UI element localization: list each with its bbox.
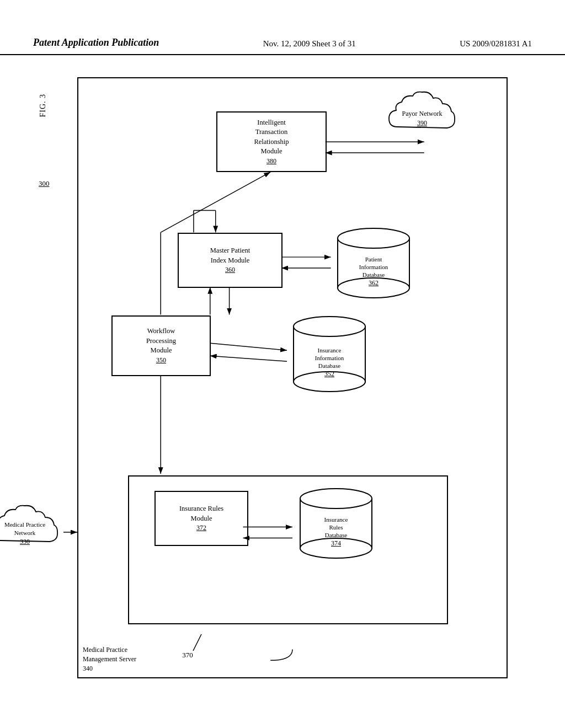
publication-title: Patent Application Publication — [33, 37, 159, 49]
itm-module-box: IntelligentTransactionRelationshipModule… — [216, 111, 327, 172]
system-boundary-box: IntelligentTransactionRelationshipModule… — [77, 77, 508, 678]
db-362-label: PatientInformationDatabase — [359, 256, 388, 279]
svg-line-12 — [161, 172, 270, 232]
itm-ref: 380 — [266, 157, 276, 166]
db-352-label: InsuranceInformationDatabase — [315, 347, 344, 370]
svg-line-20 — [210, 343, 287, 350]
db-352: InsuranceInformationDatabase 352 — [288, 315, 371, 393]
wpm-module-box: WorkflowProcessingModule 350 — [111, 315, 211, 376]
page-header: Patent Application Publication Nov. 12, … — [0, 0, 565, 55]
diagram-area: FIG. 3 300 IntelligentTransactionRelatio… — [33, 61, 532, 706]
db-374-label: InsuranceRulesDatabase — [324, 516, 348, 539]
insurance-rules-outer-box: Insurance RulesModule 372 InsuranceRules… — [128, 475, 448, 624]
medical-practice-cloud: Medical PracticeNetwork 330 — [0, 502, 61, 563]
payor-network-label: Payor Network 390 — [402, 109, 443, 128]
figure-label: FIG. 3 — [39, 94, 47, 117]
wpm-ref: 350 — [156, 356, 166, 365]
publication-number: US 2009/0281831 A1 — [460, 39, 532, 49]
db-374: InsuranceRulesDatabase 374 — [295, 488, 377, 559]
mpi-label: Master PatientIndex Module — [210, 246, 250, 265]
itm-label: IntelligentTransactionRelationshipModule — [254, 118, 289, 157]
svg-line-21 — [210, 356, 287, 361]
irm-ref: 372 — [196, 523, 206, 533]
wpm-label: WorkflowProcessingModule — [146, 326, 176, 356]
medical-practice-label: Medical PracticeNetwork 330 — [4, 518, 45, 547]
db-374-ref: 374 — [331, 539, 341, 547]
mpi-ref: 360 — [225, 265, 235, 275]
irm-module-box: Insurance RulesModule 372 — [154, 491, 248, 546]
irm-label: Insurance RulesModule — [179, 504, 223, 523]
db-362-ref: 362 — [369, 279, 379, 287]
publication-date-sheet: Nov. 12, 2009 Sheet 3 of 31 — [159, 39, 460, 49]
mpi-module-box: Master PatientIndex Module 360 — [178, 233, 282, 288]
payor-network-cloud: Payor Network 390 — [386, 88, 458, 149]
ref-300: 300 — [39, 179, 50, 188]
db-352-ref: 352 — [324, 370, 334, 378]
db-362: PatientInformationDatabase 362 — [332, 227, 415, 299]
server-340-label: Medical PracticeManagement Server340 — [83, 645, 136, 673]
